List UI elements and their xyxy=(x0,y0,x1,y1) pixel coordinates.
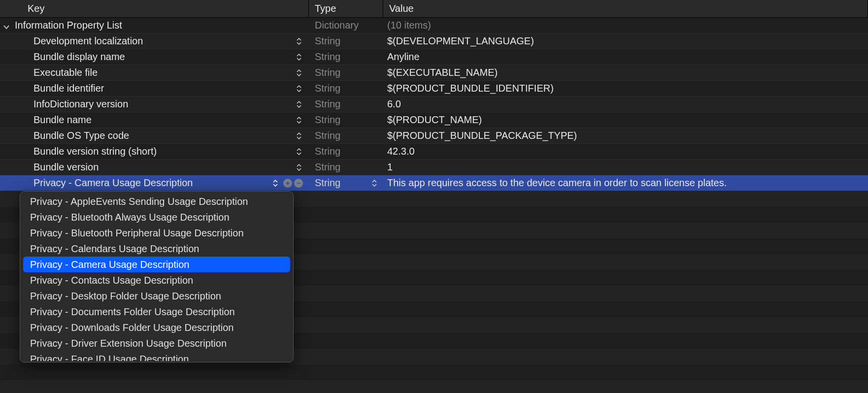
add-row-button[interactable]: + xyxy=(283,179,292,188)
dropdown-item[interactable]: Privacy - Calendars Usage Description xyxy=(23,241,290,257)
row-type-label: String xyxy=(315,83,340,94)
key-stepper-icon[interactable] xyxy=(296,68,302,77)
key-stepper-icon[interactable] xyxy=(296,116,302,125)
row-type-label: String xyxy=(315,162,340,173)
row-value-label[interactable]: $(EXECUTABLE_NAME) xyxy=(387,67,498,78)
row-type-label: String xyxy=(315,146,340,157)
row-key-label: InfoDictionary version xyxy=(33,98,128,110)
key-autocomplete-dropdown[interactable]: Privacy - AppleEvents Sending Usage Desc… xyxy=(20,191,294,362)
row-value-label[interactable]: $(DEVELOPMENT_LANGUAGE) xyxy=(387,35,534,47)
row-value-label[interactable]: $(PRODUCT_BUNDLE_IDENTIFIER) xyxy=(387,83,554,94)
key-stepper-icon[interactable] xyxy=(272,179,278,188)
key-stepper-icon[interactable] xyxy=(296,53,302,62)
row-key-label: Bundle version string (short) xyxy=(33,146,157,157)
dropdown-item[interactable]: Privacy - Contacts Usage Description xyxy=(23,272,290,288)
key-stepper-icon[interactable] xyxy=(296,131,302,140)
row-value-label[interactable]: 42.3.0 xyxy=(387,146,415,157)
dropdown-item-highlighted[interactable]: Privacy - Camera Usage Description xyxy=(23,257,290,272)
row-value-label[interactable]: 1 xyxy=(387,162,393,173)
row-key-label: Information Property List xyxy=(15,20,122,31)
dropdown-item[interactable]: Privacy - Bluetooth Peripheral Usage Des… xyxy=(23,225,290,241)
row-value-label[interactable]: Anyline xyxy=(387,51,420,63)
key-stepper-icon[interactable] xyxy=(296,163,302,172)
dropdown-item[interactable]: Privacy - Bluetooth Always Usage Descrip… xyxy=(23,209,290,225)
row-type-label: String xyxy=(315,67,340,78)
row-type-label: String xyxy=(315,51,340,63)
row-value-label[interactable]: 6.0 xyxy=(387,98,401,110)
remove-row-button[interactable]: − xyxy=(294,179,303,188)
dropdown-item[interactable]: Privacy - Downloads Folder Usage Descrip… xyxy=(23,320,290,335)
row-type-label: String xyxy=(315,98,340,110)
column-header-key[interactable]: Key xyxy=(0,0,309,18)
key-stepper-icon[interactable] xyxy=(296,100,302,109)
dropdown-item[interactable]: Privacy - AppleEvents Sending Usage Desc… xyxy=(23,194,290,209)
column-header-type[interactable]: Type xyxy=(309,0,383,18)
empty-row xyxy=(0,364,868,380)
row-value-label[interactable]: $(PRODUCT_BUNDLE_PACKAGE_TYPE) xyxy=(387,130,577,141)
row-key-label: Bundle identifier xyxy=(33,83,104,94)
row-key-label: Bundle name xyxy=(33,114,92,126)
row-type-label: String xyxy=(315,35,340,47)
row-type-label: String xyxy=(315,114,340,126)
dropdown-item[interactable]: Privacy - Driver Extension Usage Descrip… xyxy=(23,335,290,351)
row-key-label: Bundle OS Type code xyxy=(33,130,129,141)
row-type-label: Dictionary xyxy=(315,20,359,31)
column-header-value[interactable]: Value xyxy=(383,0,868,18)
row-value-label[interactable]: $(PRODUCT_NAME) xyxy=(387,114,482,126)
row-key-label: Development localization xyxy=(33,35,143,47)
key-stepper-icon[interactable] xyxy=(296,84,302,93)
row-key-label: Bundle version xyxy=(33,162,99,173)
row-type-label: String xyxy=(315,177,340,189)
row-key-label: Executable file xyxy=(33,67,98,78)
dropdown-item[interactable]: Privacy - Face ID Usage Description xyxy=(23,351,290,361)
dropdown-item[interactable]: Privacy - Desktop Folder Usage Descripti… xyxy=(23,288,290,304)
type-stepper-icon[interactable] xyxy=(371,179,377,188)
empty-row xyxy=(0,380,868,393)
row-type-label: String xyxy=(315,130,340,141)
dropdown-item[interactable]: Privacy - Documents Folder Usage Descrip… xyxy=(23,304,290,320)
row-key-label: Privacy - Camera Usage Description xyxy=(33,177,193,189)
row-key-label: Bundle display name xyxy=(33,51,125,63)
key-stepper-icon[interactable] xyxy=(296,37,302,46)
key-stepper-icon[interactable] xyxy=(296,147,302,156)
row-value-label[interactable]: This app requires access to the device c… xyxy=(387,177,727,189)
row-value-label: (10 items) xyxy=(387,20,431,31)
chevron-down-icon[interactable] xyxy=(3,22,11,30)
